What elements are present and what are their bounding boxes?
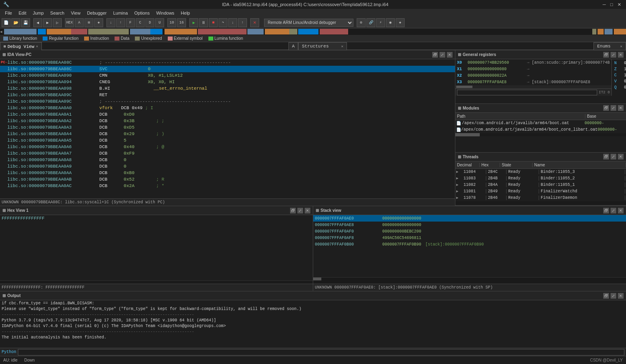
maximize-button[interactable]: □ [609,2,615,7]
menu-file[interactable]: File [2,10,15,16]
table-row[interactable]: libc.so:00000079BBEAA0A9 DCB 0 [0,163,455,170]
tb-hex2[interactable]: 16 [177,18,186,27]
ida-view-restore[interactable]: 🗗 [432,52,438,58]
menu-view[interactable]: View [67,10,84,16]
tab-structures-close[interactable]: ✕ [341,44,343,49]
stack-view-restore[interactable]: 🗗 [603,208,609,213]
output-float[interactable]: ⤢ [611,293,616,299]
table-row[interactable]: 0000007FFFAF0AF8 499AC56C54696811 [313,235,626,241]
menu-jump[interactable]: Jump [30,10,47,16]
threads-restore[interactable]: 🗗 [603,154,609,159]
table-row[interactable]: 0000007FFFAF0B00 0000007FFFAF0B90 [stack… [313,241,626,248]
tb-text[interactable]: A [75,18,84,27]
hex-view-float[interactable]: ⤢ [297,208,303,213]
menu-edit[interactable]: Edit [15,10,30,16]
stack-hscroll[interactable] [313,277,626,280]
menu-search[interactable]: Search [47,10,68,16]
tb-func[interactable]: F [126,18,135,27]
modules-float[interactable]: ⤢ [611,105,616,111]
menu-options[interactable]: Options [131,10,153,16]
reg-row-x1[interactable]: X1 0000000000000080 → [455,66,611,72]
menu-help[interactable]: Help [178,10,193,16]
close-button[interactable]: ✕ [616,2,623,7]
tb-back[interactable]: ◀ [33,18,42,27]
output-input[interactable] [18,349,624,355]
tb-stepin[interactable]: ↓ [228,18,237,27]
tb-debug2[interactable]: ⚡ [376,18,385,27]
tb-pause[interactable]: ⏸ [199,18,208,27]
modules-hscroll[interactable] [455,133,626,136]
tb-export[interactable]: ↑ [116,18,125,27]
tb-play[interactable]: ▶ [189,18,198,27]
table-row[interactable]: 0000007FFFAF0AE8 0000000000000000 [313,222,626,228]
stack-view-float[interactable]: ⤢ [611,208,616,213]
modules-restore[interactable]: 🗗 [603,105,609,111]
registers-content[interactable]: X0 0000000774BB29560 → [anon:scudo::prim… [455,59,626,103]
minimize-button[interactable]: ─ [601,2,607,7]
modules-close[interactable]: ✕ [618,105,624,111]
threads-float[interactable]: ⤢ [611,154,616,159]
table-row[interactable]: libc.so:00000079BBEAA0A5 DCB 5 [0,137,455,144]
tb-open[interactable]: 📂 [11,18,20,27]
list-item[interactable]: ▶ 11084 2B4C Ready Binder:11055_3 [455,169,626,175]
modules-content[interactable]: Path Base 📄 /apex/com.android.art/javali… [455,113,626,152]
tb-data[interactable]: D [145,18,154,27]
tab-structures[interactable]: Structures ✕ [298,42,347,50]
nav-view[interactable]: ◀ [0,28,626,35]
table-row[interactable]: libc.so:00000079BBEAA0A0 vfork DCB 0x49 … [0,105,455,111]
ida-view-content[interactable]: PC→ libc.so:00000079BBEAA08C ; ---------… [0,59,455,198]
ida-view-close[interactable]: ✕ [447,52,453,58]
menu-windows[interactable]: Windows [153,10,178,16]
hex-view-content[interactable]: FFFFFFFFFFFFFFFF [0,215,313,280]
tb-stepout[interactable]: ↑ [238,18,247,27]
table-row[interactable]: 0000007FFFAF0AE0 0000000000000000 [313,215,626,222]
tb-graph[interactable]: ⊞ [84,18,93,27]
tb-undef[interactable]: U [155,18,164,27]
reg-scroll-area[interactable] [455,85,611,88]
output-close[interactable]: ✕ [618,293,624,299]
tb-stop[interactable]: ■ [209,18,218,27]
stack-vscroll[interactable] [313,280,626,284]
table-row[interactable]: libc.so:00000079BBEAA090 CMN X0, #1,LSL#… [0,72,455,79]
reg-row-x0[interactable]: X0 0000000774BB29560 → [anon:scudo::prim… [455,59,611,66]
tb-hex[interactable]: HEX [65,18,74,27]
tab-enums[interactable]: Enums ✕ [594,42,626,50]
table-row[interactable]: libc.so:00000079BBEAA0A3 DCB 0xD5 [0,124,455,131]
list-item[interactable]: ▶ 11083 2B4B Ready Binder:11055_2 [455,175,626,182]
list-item[interactable]: ▶ 11078 2B46 Ready FinalizerDaemon [455,195,626,201]
table-row[interactable]: 0000007FFFAF0AF0 000000000BEBC200 [313,228,626,235]
tb-new[interactable]: 📄 [2,18,11,27]
ida-row-pc[interactable]: PC→ libc.so:00000079BBEAA08C ; ---------… [0,59,455,66]
tb-import[interactable]: ↓ [106,18,115,27]
stack-view-content[interactable]: 0000007FFFAF0AE0 0000000000000000 000000… [313,215,626,277]
table-row[interactable]: libc.so:00000079BBEAA0A2 DCB 0x3B ; ; [0,118,455,124]
tb-stepover[interactable]: ↷ [219,18,227,27]
tb-dec[interactable]: 10 [167,18,176,27]
list-item[interactable]: 📄 /apex/com.android.art/javalib/arm64/bo… [455,127,626,133]
tab-debug-view[interactable]: ⊞ Debug View ✕ [0,42,42,50]
table-row[interactable]: libc.so:00000079BBEAA0A1 DCB 0xD0 [0,111,455,118]
tab-enums-close[interactable]: ✕ [620,44,622,49]
tb-debug3[interactable]: ◉ [386,18,395,27]
table-row[interactable]: libc.so:00000079BBEAA0A6 DCB 0x40 ; @ [0,144,455,150]
tb-fwd[interactable]: ▶ [43,18,52,27]
tb-save[interactable]: 💾 [21,18,30,27]
tb-error[interactable]: ✕ [250,18,259,27]
registers-restore[interactable]: 🗗 [603,52,609,58]
tab-debug-view-close[interactable]: ✕ [36,44,38,49]
table-row[interactable]: libc.so:00000079BBEAA0A4 DCB 0x29 ; ) [0,131,455,137]
threads-vscroll[interactable] [455,201,626,205]
debugger-combo[interactable]: Remote ARM Linux/Android debugger [264,19,353,27]
tb-attach[interactable]: 🔗 [366,18,375,27]
table-row[interactable]: libc.so:00000079BBEAA0A7 DCB 0xF9 [0,150,455,157]
table-row[interactable]: libc.so:00000079BBEAA0AB DCB 0x52 ; R [0,176,455,183]
table-row[interactable]: libc.so:00000079BBEAA098 B.HI __set_errn… [0,85,455,92]
hex-view-close[interactable]: ✕ [305,208,310,213]
hex-view-restore[interactable]: 🗗 [290,208,296,213]
reg-scrollbar-thumb[interactable] [456,86,472,88]
registers-float[interactable]: ⤢ [611,52,616,58]
tb-settings[interactable]: ⚙ [357,18,366,27]
menu-lumina[interactable]: Lumina [110,10,131,16]
table-row[interactable]: libc.so:00000079BBEAA09C ; -------------… [0,98,455,105]
threads-content[interactable]: Decimal Hex State Name ▶ 11084 2B4C Read… [455,162,626,206]
